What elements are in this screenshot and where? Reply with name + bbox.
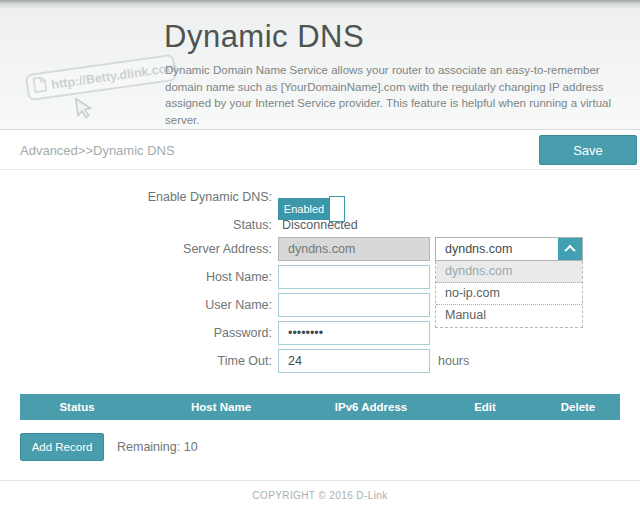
save-button[interactable]: Save bbox=[539, 135, 637, 165]
page-title: Dynamic DNS bbox=[164, 19, 364, 55]
provider-option-manual[interactable]: Manual bbox=[436, 305, 582, 327]
remaining-count: Remaining: 10 bbox=[117, 440, 198, 454]
watermark-text: http://Betty.dlink.com bbox=[51, 60, 179, 92]
column-header-edit: Edit bbox=[434, 401, 536, 413]
watermark-address-bar: http://Betty.dlink.com bbox=[25, 54, 177, 102]
host-name-label: Host Name: bbox=[0, 270, 272, 284]
enable-dns-label: Enable Dynamic DNS: bbox=[0, 190, 272, 204]
timeout-row: Time Out: hours bbox=[0, 349, 640, 373]
server-provider-dropdown: dyndns.com dyndns.com no-ip.com Manual bbox=[435, 237, 583, 328]
status-value: Disconnected bbox=[282, 218, 358, 232]
status-label: Status: bbox=[0, 218, 272, 232]
provider-option-noip[interactable]: no-ip.com bbox=[436, 283, 582, 305]
server-provider-select[interactable]: dyndns.com bbox=[435, 237, 583, 261]
toggle-state-label: Enabled bbox=[278, 198, 330, 220]
page-header: http://Betty.dlink.com Dynamic DNS Dynam… bbox=[0, 8, 640, 130]
top-strip bbox=[0, 0, 640, 8]
page-file-icon bbox=[32, 76, 48, 97]
chevron-up-icon bbox=[564, 245, 575, 256]
records-table-header: Status Host Name IPv6 Address Edit Delet… bbox=[20, 394, 620, 420]
server-address-label: Server Address: bbox=[0, 242, 272, 256]
column-header-status: Status bbox=[20, 401, 134, 413]
timeout-label: Time Out: bbox=[0, 354, 272, 368]
table-actions-row: Add Record Remaining: 10 bbox=[20, 433, 640, 461]
host-name-input[interactable] bbox=[278, 265, 430, 289]
password-label: Password: bbox=[0, 326, 272, 340]
dropdown-collapse-button[interactable] bbox=[558, 238, 582, 260]
toggle-handle[interactable] bbox=[329, 196, 345, 222]
timeout-input[interactable] bbox=[278, 349, 430, 373]
user-name-label: User Name: bbox=[0, 298, 272, 312]
page-footer: COPYRIGHT © 2016 D-Link bbox=[0, 480, 640, 508]
column-header-ipv6-address: IPv6 Address bbox=[308, 401, 434, 413]
provider-options-list: dyndns.com no-ip.com Manual bbox=[435, 261, 583, 328]
add-record-button[interactable]: Add Record bbox=[20, 433, 104, 461]
column-header-host-name: Host Name bbox=[134, 401, 308, 413]
status-row: Status: Disconnected bbox=[0, 218, 640, 232]
server-address-input bbox=[278, 237, 430, 261]
toolbar: Advanced>>Dynamic DNS Save bbox=[0, 130, 640, 170]
cursor-arrow-icon bbox=[73, 95, 97, 126]
page-description: Dynamic Domain Name Service allows your … bbox=[165, 62, 623, 128]
dynamic-dns-page: http://Betty.dlink.com Dynamic DNS Dynam… bbox=[0, 0, 640, 508]
copyright-text: COPYRIGHT © 2016 D-Link bbox=[252, 490, 387, 501]
password-input[interactable] bbox=[278, 321, 430, 345]
selected-provider: dyndns.com bbox=[436, 238, 558, 260]
timeout-unit-label: hours bbox=[438, 354, 469, 368]
breadcrumb: Advanced>>Dynamic DNS bbox=[20, 143, 175, 158]
column-header-delete: Delete bbox=[536, 401, 620, 413]
address-bar-watermark: http://Betty.dlink.com bbox=[25, 54, 177, 102]
user-name-input[interactable] bbox=[278, 293, 430, 317]
enable-dns-row: Enable Dynamic DNS: Enabled bbox=[0, 185, 640, 209]
provider-option-dyndns[interactable]: dyndns.com bbox=[436, 261, 582, 283]
settings-content: Enable Dynamic DNS: Enabled Status: Disc… bbox=[0, 170, 640, 480]
